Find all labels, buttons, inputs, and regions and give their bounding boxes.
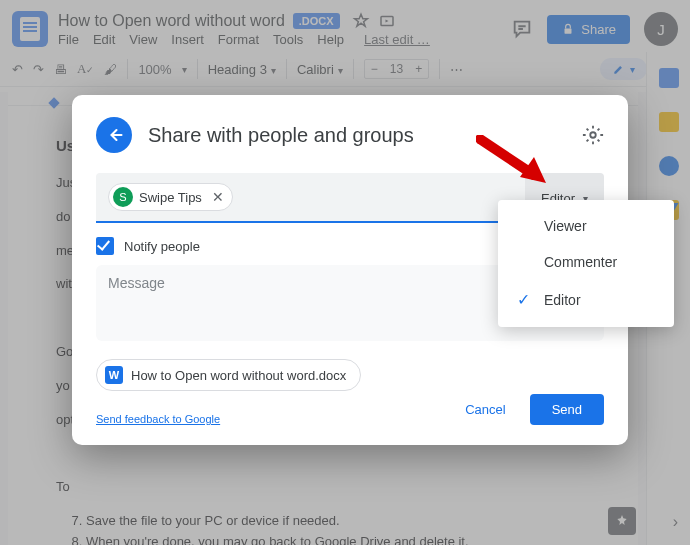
attachment-filename: How to Open word without word.docx (131, 368, 346, 383)
cancel-button[interactable]: Cancel (449, 394, 521, 425)
people-input[interactable]: S Swipe Tips ✕ (96, 173, 525, 223)
svg-point-2 (590, 132, 596, 138)
send-button[interactable]: Send (530, 394, 604, 425)
role-option-viewer[interactable]: Viewer (498, 208, 674, 244)
dialog-header: Share with people and groups (96, 117, 604, 153)
chip-avatar: S (113, 187, 133, 207)
role-option-label: Commenter (544, 254, 617, 270)
chip-name: Swipe Tips (139, 190, 202, 205)
word-file-icon: W (105, 366, 123, 384)
dialog-actions: Cancel Send (449, 394, 604, 425)
settings-gear-icon[interactable] (582, 124, 604, 146)
role-option-label: Editor (544, 292, 581, 308)
back-button[interactable] (96, 117, 132, 153)
chip-remove-icon[interactable]: ✕ (212, 189, 224, 205)
role-dropdown-menu: Viewer Commenter ✓ Editor (498, 200, 674, 327)
dialog-title: Share with people and groups (148, 124, 566, 147)
attachment-chip[interactable]: W How to Open word without word.docx (96, 359, 361, 391)
role-option-editor[interactable]: ✓ Editor (498, 280, 674, 319)
role-option-commenter[interactable]: Commenter (498, 244, 674, 280)
arrow-left-icon (104, 125, 124, 145)
notify-label: Notify people (124, 239, 200, 254)
person-chip[interactable]: S Swipe Tips ✕ (108, 183, 233, 211)
app-root: How to Open word without word .DOCX File… (0, 0, 690, 545)
notify-checkbox[interactable] (96, 237, 114, 255)
check-slot: ✓ (514, 290, 532, 309)
check-icon: ✓ (517, 290, 530, 309)
role-option-label: Viewer (544, 218, 587, 234)
